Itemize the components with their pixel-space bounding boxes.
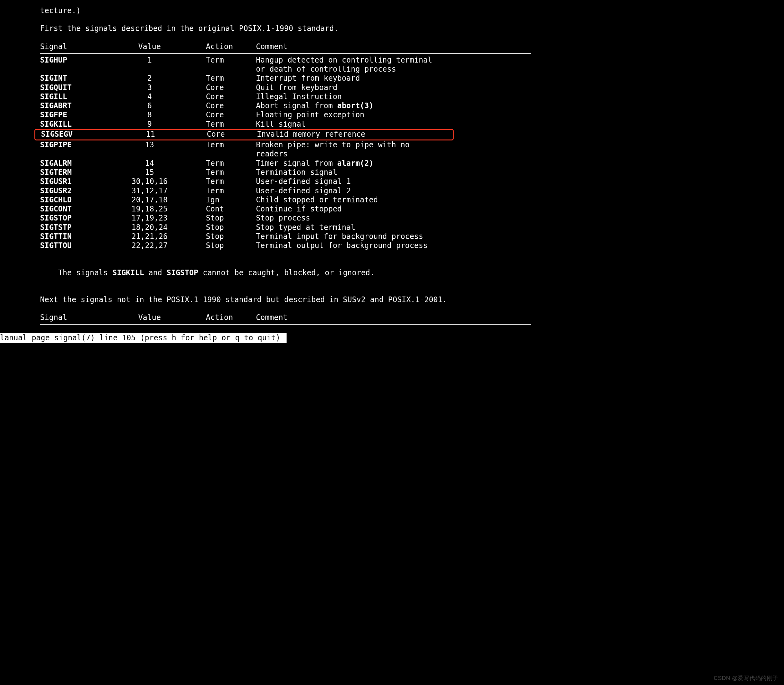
col-signal: Signal	[40, 42, 112, 51]
signal-comment: Hangup detected on controlling terminal	[256, 56, 432, 65]
signal-action: Term	[206, 56, 256, 65]
table-row: SIGABRT6CoreAbort signal from abort(3)	[0, 101, 784, 110]
signal-value: 19,18,25	[112, 205, 206, 214]
signal-comment: Illegal Instruction	[256, 92, 342, 101]
comment-bold: abort(3)	[337, 101, 373, 110]
fragment-line: tecture.)	[0, 6, 784, 15]
divider	[40, 53, 531, 54]
signal-action: Stop	[206, 214, 256, 223]
signal-name: SIGKILL	[40, 120, 112, 129]
signal-action: Stop	[206, 223, 256, 232]
table-row: SIGTSTP18,20,24StopStop typed at termina…	[0, 223, 784, 232]
table-row: SIGTTIN21,21,26StopTerminal input for ba…	[0, 232, 784, 241]
table-row: SIGTERM15TermTermination signal	[0, 168, 784, 177]
signal-comment: Interrupt from keyboard	[256, 74, 360, 83]
signal-action: Cont	[206, 205, 256, 214]
signal-action: Core	[206, 92, 256, 101]
signal-name: SIGTTIN	[40, 232, 112, 241]
signal-comment: Kill signal	[256, 120, 306, 129]
signal-name: SIGUSR2	[40, 187, 112, 195]
signal-name: SIGHUP	[40, 56, 112, 65]
table-row: SIGTTOU22,22,27StopTerminal output for b…	[0, 241, 784, 250]
table-row: SIGCHLD20,17,18IgnChild stopped or termi…	[0, 195, 784, 205]
signal-value: 14	[112, 159, 206, 168]
table-row: SIGILL4CoreIllegal Instruction	[0, 92, 784, 101]
note-sigstop: SIGSTOP	[167, 268, 198, 277]
table-row: SIGALRM14TermTimer signal from alarm(2)	[0, 159, 784, 168]
signal-value: 11	[113, 130, 207, 139]
signal-value: 30,10,16	[112, 177, 206, 186]
signal-action: Stop	[206, 241, 256, 250]
signal-value: 2	[112, 74, 206, 83]
table-row: SIGINT2TermInterrupt from keyboard	[0, 74, 784, 83]
col-value: Value	[112, 313, 206, 322]
col-action: Action	[206, 313, 256, 322]
table-header: Signal Value Action Comment	[0, 42, 784, 51]
signal-name: SIGALRM	[40, 159, 112, 168]
signal-value: 22,22,27	[112, 241, 206, 250]
signal-comment: Termination signal	[256, 168, 337, 177]
signal-name: SIGTSTP	[40, 223, 112, 232]
signal-value: 8	[112, 110, 206, 120]
signal-comment: Timer signal from alarm(2)	[256, 159, 373, 168]
divider	[40, 325, 531, 325]
signal-action: Term	[206, 159, 256, 168]
signal-name: SIGSEGV	[41, 130, 113, 139]
signal-comment: Continue if stopped	[256, 205, 342, 214]
note-mid: and	[144, 268, 166, 277]
note-line: The signals SIGKILL and SIGSTOP cannot b…	[0, 259, 784, 287]
signal-name: SIGTTOU	[40, 241, 112, 250]
signal-comment: Stop process	[256, 214, 310, 223]
signal-name: SIGCHLD	[40, 195, 112, 205]
table-header-2: Signal Value Action Comment	[0, 313, 784, 322]
signal-value: 31,12,17	[112, 187, 206, 195]
signal-comment: Floating point exception	[256, 110, 364, 120]
pager-status[interactable]: lanual page signal(7) line 105 (press h …	[0, 333, 287, 343]
signal-comment: Terminal input for background process	[256, 232, 423, 241]
comment-bold: alarm(2)	[337, 159, 373, 168]
table-row: SIGPIPE13TermBroken pipe: write to pipe …	[0, 140, 784, 149]
signal-action: Term	[206, 187, 256, 195]
signal-action: Term	[206, 177, 256, 186]
signal-action: Term	[206, 168, 256, 177]
signal-action: Term	[206, 140, 256, 149]
table-row-continuation: or death of controlling process	[0, 65, 784, 74]
signal-action: Term	[206, 74, 256, 83]
signal-comment: Invalid memory reference	[257, 130, 365, 139]
signal-name: SIGSTOP	[40, 214, 112, 223]
signal-comment: Abort signal from abort(3)	[256, 101, 373, 110]
signal-name: SIGABRT	[40, 101, 112, 110]
signal-comment: Quit from keyboard	[256, 83, 337, 92]
signal-value: 17,19,23	[112, 214, 206, 223]
signal-action: Term	[206, 120, 256, 129]
table-row: SIGKILL9TermKill signal	[0, 120, 784, 129]
signal-value: 13	[112, 140, 206, 149]
signal-value: 1	[112, 56, 206, 65]
table-row: SIGUSR231,12,17TermUser-defined signal 2	[0, 187, 784, 195]
signal-name: SIGQUIT	[40, 83, 112, 92]
signal-comment-2: readers	[256, 149, 287, 159]
col-comment: Comment	[256, 42, 287, 51]
comment-pre: Abort signal from	[256, 101, 337, 110]
signal-comment: User-defined signal 1	[256, 177, 351, 186]
table-row: SIGUSR130,10,16TermUser-defined signal 1	[0, 177, 784, 186]
signal-value: 18,20,24	[112, 223, 206, 232]
signal-name: SIGILL	[40, 92, 112, 101]
col-comment: Comment	[256, 313, 287, 322]
signal-action: Core	[206, 110, 256, 120]
note-sigkill: SIGKILL	[112, 268, 144, 277]
col-signal: Signal	[40, 313, 112, 322]
table-row: SIGSTOP17,19,23StopStop process	[0, 214, 784, 223]
signal-name: SIGCONT	[40, 205, 112, 214]
intro-text: First the signals described in the origi…	[0, 24, 784, 33]
table-row: SIGCONT19,18,25ContContinue if stopped	[0, 205, 784, 214]
note-pre: The signals	[58, 268, 112, 277]
signal-action: Ign	[206, 195, 256, 205]
table-row: SIGFPE8CoreFloating point exception	[0, 110, 784, 120]
signal-value: 15	[112, 168, 206, 177]
signal-name: SIGTERM	[40, 168, 112, 177]
signal-value: 9	[112, 120, 206, 129]
signal-name: SIGUSR1	[40, 177, 112, 186]
signal-comment: User-defined signal 2	[256, 187, 351, 195]
col-action: Action	[206, 42, 256, 51]
